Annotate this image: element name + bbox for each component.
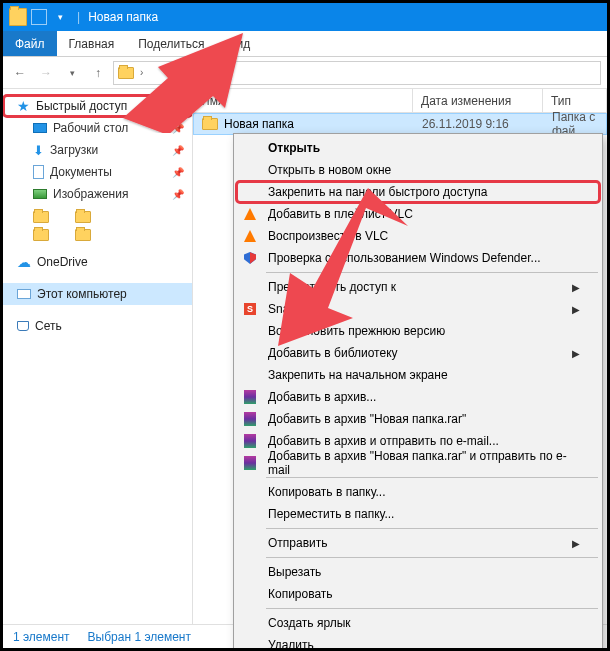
pin-icon: 📌 [172,145,184,156]
menu-separator [266,528,598,529]
menu-label: Добавить в архив и отправить по e-mail..… [268,434,499,448]
pin-icon: 📌 [172,123,184,134]
desktop-icon [33,123,47,133]
network-icon [17,321,29,331]
winrar-icon [244,390,256,404]
folder-icon[interactable] [75,229,91,241]
vlc-icon [244,230,256,242]
col-type[interactable]: Тип [543,89,607,112]
menu-label: Копировать [268,587,333,601]
sidebar-label: Загрузки [50,143,98,157]
menu-delete[interactable]: Удалить [236,634,600,651]
document-icon [33,165,44,179]
menu-pin-start[interactable]: Закрепить на начальном экране [236,364,600,386]
quick-access-toolbar: ▾ [9,8,69,26]
menu-copy-to[interactable]: Копировать в папку... [236,481,600,503]
tab-home[interactable]: Главная [57,31,127,56]
address-folder-icon [118,67,134,79]
recent-folder-thumbs [3,205,192,223]
menu-separator [266,557,598,558]
ribbon-tabs: Файл Главная Поделиться Вид [3,31,607,57]
menu-open-new-window[interactable]: Открыть в новом окне [236,159,600,181]
menu-label: Добавить в архив... [268,390,376,404]
folder-icon [202,118,218,130]
sidebar-label: Этот компьютер [37,287,127,301]
sidebar-pictures[interactable]: Изображения 📌 [3,183,192,205]
menu-label: Открыть [268,141,320,155]
file-date: 26.11.2019 9:16 [414,117,544,131]
menu-label: Копировать в папку... [268,485,386,499]
menu-cut[interactable]: Вырезать [236,561,600,583]
title-bar: ▾ | Новая папка [3,3,607,31]
sidebar-this-pc[interactable]: Этот компьютер [3,283,192,305]
back-button[interactable]: ← [9,62,31,84]
winrar-icon [244,412,256,426]
menu-label: Закрепить на начальном экране [268,368,448,382]
history-dropdown[interactable]: ▾ [61,62,83,84]
sidebar-desktop[interactable]: Рабочий стол 📌 [3,117,192,139]
menu-restore-version[interactable]: Восстановить прежнюю версию [236,320,600,342]
sidebar-label: OneDrive [37,255,88,269]
sidebar-onedrive[interactable]: ☁ OneDrive [3,251,192,273]
address-bar[interactable]: › [113,61,601,85]
menu-label: Добавить в плейлист VLC [268,207,413,221]
menu-rar-named-mail[interactable]: Добавить в архив "Новая папка.rar" и отп… [236,452,600,474]
col-name[interactable]: Имя [193,89,413,112]
menu-label: Вырезать [268,565,321,579]
menu-label: Добавить в архив "Новая папка.rar" и отп… [268,449,580,477]
download-icon: ⬇ [33,143,44,158]
menu-pin-quick-access[interactable]: Закрепить на панели быстрого доступа [236,181,600,203]
menu-label: Открыть в новом окне [268,163,391,177]
col-date[interactable]: Дата изменения [413,89,543,112]
tab-share[interactable]: Поделиться [126,31,216,56]
menu-add-library[interactable]: Добавить в библиотеку▶ [236,342,600,364]
sidebar-quick-access[interactable]: ★ Быстрый доступ [3,95,192,117]
menu-snagit[interactable]: SSnagit▶ [236,298,600,320]
forward-button[interactable]: → [35,62,57,84]
menu-label: Добавить в архив "Новая папка.rar" [268,412,466,426]
folder-icon[interactable] [33,211,49,223]
menu-rar-add[interactable]: Добавить в архив... [236,386,600,408]
recent-folder-thumbs [3,223,192,241]
sidebar-network[interactable]: Сеть [3,315,192,337]
status-count: 1 элемент [13,630,70,644]
window-title: Новая папка [88,10,158,24]
menu-label: Создать ярлык [268,616,351,630]
sidebar-label: Рабочий стол [53,121,128,135]
menu-label: Проверка с использованием Windows Defend… [268,251,541,265]
file-name: Новая папка [224,117,294,131]
menu-create-shortcut[interactable]: Создать ярлык [236,612,600,634]
pictures-icon [33,189,47,199]
menu-copy[interactable]: Копировать [236,583,600,605]
menu-vlc-add-playlist[interactable]: Добавить в плейлист VLC [236,203,600,225]
menu-move-to[interactable]: Переместить в папку... [236,503,600,525]
menu-defender-scan[interactable]: Проверка с использованием Windows Defend… [236,247,600,269]
cloud-icon: ☁ [17,254,31,270]
tab-view[interactable]: Вид [216,31,262,56]
props-icon[interactable] [31,9,47,25]
sidebar-label: Документы [50,165,112,179]
sidebar-downloads[interactable]: ⬇Загрузки 📌 [3,139,192,161]
chevron-right-icon: ▶ [572,304,580,315]
chevron-right-icon: ▶ [572,282,580,293]
tab-file[interactable]: Файл [3,31,57,56]
folder-icon[interactable] [33,229,49,241]
menu-share-access[interactable]: Предоставить доступ к▶ [236,276,600,298]
qat-dropdown-icon[interactable]: ▾ [51,8,69,26]
nav-sidebar: ★ Быстрый доступ Рабочий стол 📌 ⬇Загрузк… [3,89,193,624]
menu-label: Удалить [268,638,314,651]
menu-vlc-play[interactable]: Воспроизвести в VLC [236,225,600,247]
up-button[interactable]: ↑ [87,62,109,84]
folder-icon[interactable] [75,211,91,223]
chevron-right-icon: ▶ [572,348,580,359]
sidebar-documents[interactable]: Документы 📌 [3,161,192,183]
chevron-right-icon: ▶ [572,538,580,549]
menu-rar-add-named[interactable]: Добавить в архив "Новая папка.rar" [236,408,600,430]
menu-label: Отправить [268,536,328,550]
menu-open[interactable]: Открыть [236,137,600,159]
title-separator: | [77,10,80,24]
file-row[interactable]: Новая папка 26.11.2019 9:16 Папка с фай [193,113,607,135]
menu-send-to[interactable]: Отправить▶ [236,532,600,554]
winrar-icon [244,434,256,448]
snagit-icon: S [244,303,256,315]
